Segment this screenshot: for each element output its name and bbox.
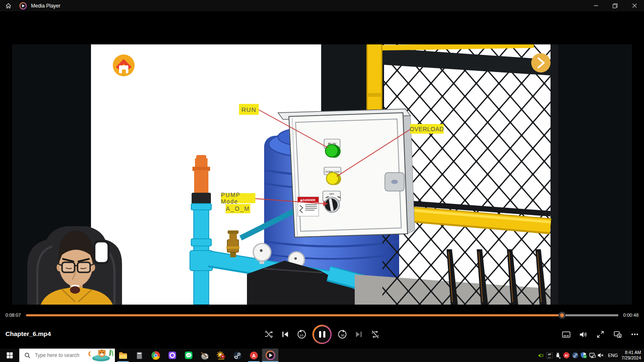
red-a-glyph: A xyxy=(252,353,255,358)
miniplayer-button[interactable] xyxy=(612,329,623,340)
tray-red-alert[interactable]: A! xyxy=(563,352,570,359)
taskbar-app-gears[interactable] xyxy=(213,349,229,362)
steam-tray-icon xyxy=(572,352,579,359)
usb-device-icon xyxy=(555,352,561,359)
window-title: Media Player xyxy=(31,3,60,9)
xp-pen-bottom-text: pen xyxy=(548,356,551,358)
tray-volume-muted[interactable] xyxy=(597,352,604,359)
titlebar: Media Player xyxy=(0,0,644,11)
rewind-10-button[interactable]: 10 xyxy=(296,329,307,340)
line-messenger-icon: LINE xyxy=(184,351,193,360)
close-button[interactable] xyxy=(625,0,644,11)
repeat-off-button[interactable] xyxy=(370,329,381,340)
fullscreen-button[interactable] xyxy=(595,329,606,340)
gears-app-icon xyxy=(216,351,226,360)
system-tray: XP pen A! xyxy=(538,349,643,362)
volume-muted-icon xyxy=(597,352,604,359)
fullscreen-icon xyxy=(596,330,605,339)
start-button[interactable] xyxy=(0,349,19,362)
run-label: RUN xyxy=(239,104,259,115)
tray-windows-security[interactable] xyxy=(580,352,587,359)
taskbar-app-calculator[interactable] xyxy=(131,349,148,362)
glasses-icon xyxy=(62,262,75,272)
forward-amount: 30 xyxy=(341,334,345,337)
rewind-amount: 10 xyxy=(300,334,304,337)
video-scene: RUN OVERLOAD OFF DANGER xyxy=(12,44,632,305)
subtitles-icon xyxy=(562,330,571,339)
remaining-time: 0:00:48 xyxy=(623,313,639,318)
search-input[interactable] xyxy=(34,352,90,359)
tray-date: 7/29/2024 xyxy=(621,355,641,361)
red-a-app-icon: A xyxy=(249,351,259,360)
danger-text: DANGER xyxy=(303,199,315,202)
volume-button[interactable] xyxy=(578,329,589,340)
progress-fill xyxy=(26,314,562,316)
gimp-icon xyxy=(200,351,210,360)
restore-button[interactable] xyxy=(605,0,625,11)
volume-icon xyxy=(579,330,588,339)
shuffle-off-button[interactable] xyxy=(263,329,274,340)
control-panel: RUN OVERLOAD OFF DANGER xyxy=(278,109,415,237)
seek-bar[interactable] xyxy=(26,314,618,316)
selector-plate-text: OFF xyxy=(330,193,335,195)
xp-pen-top-text: XP xyxy=(548,353,551,356)
tray-time: 8:41 AM xyxy=(621,350,641,355)
more-options-button[interactable] xyxy=(629,329,640,340)
network-icon xyxy=(589,352,596,359)
taskbar-app-steam[interactable] xyxy=(229,349,246,362)
taskbar: LINE A xyxy=(0,349,644,362)
tray-clock[interactable]: 8:41 AM 7/29/2024 xyxy=(621,350,641,361)
language-indicator[interactable]: ENG xyxy=(608,353,618,358)
home-button[interactable] xyxy=(0,0,17,11)
chrome-icon xyxy=(151,351,161,360)
more-options-icon xyxy=(631,330,639,339)
tray-network[interactable] xyxy=(589,352,596,359)
windows-security-icon xyxy=(580,352,587,359)
file-explorer-icon xyxy=(118,351,128,360)
pump-mode-label: PUMP Mode xyxy=(221,193,255,203)
nvidia-icon xyxy=(538,352,544,359)
taskbar-app-gimp[interactable] xyxy=(197,349,213,362)
restore-icon xyxy=(613,3,618,8)
tray-steam[interactable] xyxy=(572,352,579,359)
video-next-button[interactable] xyxy=(531,53,551,72)
fence-post xyxy=(551,44,558,305)
tray-nvidia[interactable] xyxy=(538,352,544,359)
tray-xp-pen[interactable]: XP pen xyxy=(546,352,553,359)
danger-sticker: DANGER xyxy=(298,197,319,216)
close-icon xyxy=(632,3,637,8)
progress-handle[interactable] xyxy=(558,312,566,319)
red-alert-glyph: A! xyxy=(565,354,568,357)
forward-30-button[interactable]: 30 xyxy=(337,329,348,340)
taskbar-app-file-explorer[interactable] xyxy=(115,349,131,362)
windows-logo-icon xyxy=(6,352,13,359)
previous-button[interactable] xyxy=(280,329,291,340)
pause-button[interactable] xyxy=(312,325,332,344)
taskbar-app-line[interactable]: LINE xyxy=(180,349,197,362)
search-icon xyxy=(24,352,31,359)
video-surface[interactable]: RUN OVERLOAD OFF DANGER xyxy=(12,44,632,305)
taskbar-app-purple-circle[interactable] xyxy=(164,349,180,362)
steam-icon xyxy=(233,351,242,360)
taskbar-search[interactable] xyxy=(19,349,115,362)
calculator-icon xyxy=(135,351,144,360)
xp-pen-icon: XP pen xyxy=(546,352,553,359)
miniplayer-icon xyxy=(613,330,622,339)
rewind-10-icon: 10 xyxy=(296,329,306,339)
pause-icon xyxy=(319,331,321,338)
pump-mode-positions-label: A_O_M xyxy=(226,204,250,213)
minimize-button[interactable] xyxy=(586,0,605,11)
next-button-disabled[interactable] xyxy=(353,329,364,340)
transport-controls: 10 30 xyxy=(263,325,381,344)
tray-usb[interactable] xyxy=(555,352,561,359)
taskbar-app-media-player[interactable] xyxy=(262,349,278,362)
taskbar-app-red-a[interactable]: A xyxy=(246,349,262,362)
media-player-app-icon xyxy=(19,2,27,10)
taskbar-app-chrome[interactable] xyxy=(148,349,164,362)
next-icon xyxy=(354,330,364,339)
video-home-button[interactable] xyxy=(113,54,135,76)
repeat-off-icon xyxy=(371,330,380,339)
secondary-controls xyxy=(561,329,640,340)
subtitles-button[interactable] xyxy=(561,329,571,340)
search-highlight-tiger-art xyxy=(87,349,115,362)
